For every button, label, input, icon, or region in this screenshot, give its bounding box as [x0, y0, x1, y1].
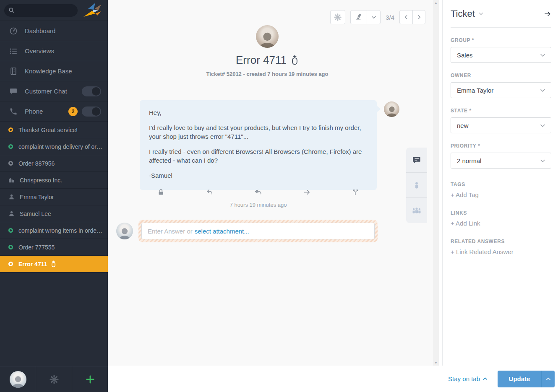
customer-chat-toggle[interactable] [82, 86, 101, 96]
state-select[interactable]: new [451, 117, 551, 133]
search-icon [8, 7, 15, 13]
main-scrollbar[interactable]: ▲ ▼ [433, 0, 439, 366]
forward-icon[interactable] [303, 189, 310, 196]
field-label: PRIORITY * [451, 143, 551, 149]
nav-label: Phone [25, 108, 43, 115]
field-label: STATE * [451, 108, 551, 114]
web-mouse-icon [291, 55, 299, 65]
chat-icon [9, 87, 18, 96]
related-answers-section: RELATED ANSWERS + Link Related Answer [451, 239, 551, 255]
next-article-button[interactable] [412, 10, 425, 24]
user-tab-label: Emma Taylor [20, 194, 54, 200]
stay-on-tab-dropdown[interactable]: Stay on tab [448, 375, 488, 382]
ticket-tab-label: Order 887956 [18, 160, 55, 167]
action-footer: Stay on tab Update [108, 366, 558, 392]
nav-label: Overviews [25, 47, 54, 55]
field-owner: OWNER Emma Taylor [451, 73, 551, 98]
group-select[interactable]: Sales [451, 47, 551, 63]
reply-icon[interactable] [206, 189, 213, 196]
owner-select[interactable]: Emma Taylor [451, 82, 551, 98]
caret-up-icon [482, 376, 488, 382]
ticket-title-row: Error 4711 [108, 54, 427, 67]
ticket-toolbar: 3/4 [330, 10, 425, 24]
bubble-tail [376, 105, 381, 113]
field-state: STATE * new [451, 108, 551, 133]
ticket-tab-active[interactable]: Error 4711 [0, 256, 108, 273]
user-tab[interactable]: Samuel Lee [0, 205, 108, 222]
select-value: 2 normal [457, 157, 481, 164]
ticket-subtitle: Ticket# 52012 - created 7 hours 19 minut… [108, 71, 427, 77]
ticket-tab[interactable]: complaint wrong items in order ... [0, 222, 108, 239]
chevron-down-icon [540, 158, 546, 164]
select-attachment-link[interactable]: select attachment... [195, 228, 249, 235]
customer-avatar[interactable] [256, 25, 279, 48]
sidebar-item-customer-chat[interactable]: Customer Chat [0, 81, 108, 101]
ticket-state-closed-icon [8, 245, 13, 249]
ticket-tab[interactable]: Order 887956 [0, 155, 108, 172]
toggle-knob [92, 87, 100, 96]
article-message-bubble[interactable]: Hey, I'd really love to buy and test you… [140, 100, 377, 190]
update-dropdown-button[interactable] [541, 371, 555, 387]
scroll-up-arrow[interactable]: ▲ [433, 1, 439, 4]
plus-icon [85, 374, 96, 385]
pagination-nav-group [399, 10, 425, 24]
ticket-tab[interactable]: complaint wrong delivery of ord... [0, 138, 108, 155]
add-tag-link[interactable]: + Add Tag [451, 191, 479, 198]
toggle-knob [92, 107, 100, 116]
current-user-avatar-button[interactable] [0, 366, 36, 392]
reply-all-icon[interactable] [255, 189, 262, 196]
search-input[interactable] [17, 7, 72, 13]
previous-article-button[interactable] [400, 10, 412, 24]
select-value: new [457, 122, 469, 129]
sidebar-menu: Dashboard Overviews Knowledge Base Custo… [0, 21, 108, 122]
nav-label: Dashboard [25, 27, 55, 34]
knowledge-base-icon [9, 67, 18, 75]
add-link-link[interactable]: + Add Link [451, 220, 480, 227]
settings-button[interactable] [36, 366, 72, 392]
pane-title-dropdown[interactable]: Ticket [451, 8, 484, 19]
message-paragraph: I'd really love to buy and test your pro… [149, 123, 368, 141]
ticket-tab[interactable]: Order 777555 [0, 239, 108, 256]
highlighter-button[interactable] [351, 10, 367, 24]
phone-toggle[interactable] [82, 106, 101, 117]
user-icon [8, 210, 15, 217]
customer-avatar-small[interactable] [384, 101, 399, 117]
gear-icon [49, 374, 59, 384]
dashboard-icon [9, 27, 18, 35]
ticket-tab-label: complaint wrong delivery of ord... [18, 143, 103, 150]
tab-customer[interactable] [406, 173, 427, 198]
zammad-logo [83, 3, 102, 18]
scroll-down-arrow[interactable]: ▼ [433, 361, 439, 364]
internal-lock-icon[interactable] [157, 189, 164, 196]
section-label: TAGS [451, 182, 551, 187]
sidebar-item-overviews[interactable]: Overviews [0, 41, 108, 61]
sidebar-item-dashboard[interactable]: Dashboard [0, 21, 108, 41]
ticket-settings-button[interactable] [330, 10, 345, 24]
user-tab[interactable]: Emma Taylor [0, 189, 108, 205]
new-ticket-button[interactable] [72, 366, 108, 392]
collapse-pane-arrow-icon[interactable] [544, 10, 551, 18]
user-tab-label: Samuel Lee [20, 210, 51, 217]
article-pagination: 3/4 [386, 14, 394, 21]
priority-select[interactable]: 2 normal [451, 153, 551, 169]
sidebar-item-phone[interactable]: Phone 2 [0, 101, 108, 122]
search-box[interactable] [4, 4, 78, 17]
update-button[interactable]: Update [498, 371, 541, 387]
ticket-zoom-content: 3/4 Error 4711 Ticket# 52012 - created 7… [108, 0, 433, 366]
organization-tab[interactable]: Chrispresso Inc. [0, 172, 108, 189]
pane-tab-strip [406, 148, 427, 223]
tab-ticket[interactable] [406, 148, 427, 173]
ticket-tab[interactable]: Thanks! Great service! [0, 122, 108, 138]
tags-section: TAGS + Add Tag [451, 182, 551, 198]
split-icon[interactable] [352, 189, 359, 196]
link-related-answer-link[interactable]: + Link Related Answer [451, 248, 514, 255]
answer-input[interactable]: Enter Answer or select attachment... [141, 223, 375, 239]
highlighter-dropdown-button[interactable] [367, 10, 380, 24]
article-timestamp: 7 hours 19 minutes ago [140, 202, 377, 208]
ticket-tab-label: complaint wrong items in order ... [18, 227, 103, 234]
section-label: RELATED ANSWERS [451, 239, 551, 244]
tab-organization[interactable] [406, 198, 427, 223]
sidebar-item-knowledge-base[interactable]: Knowledge Base [0, 61, 108, 81]
ticket-attributes-pane: Ticket GROUP * Sales OWNER Emma Taylor S… [442, 0, 558, 366]
chevron-right-icon [416, 14, 422, 20]
